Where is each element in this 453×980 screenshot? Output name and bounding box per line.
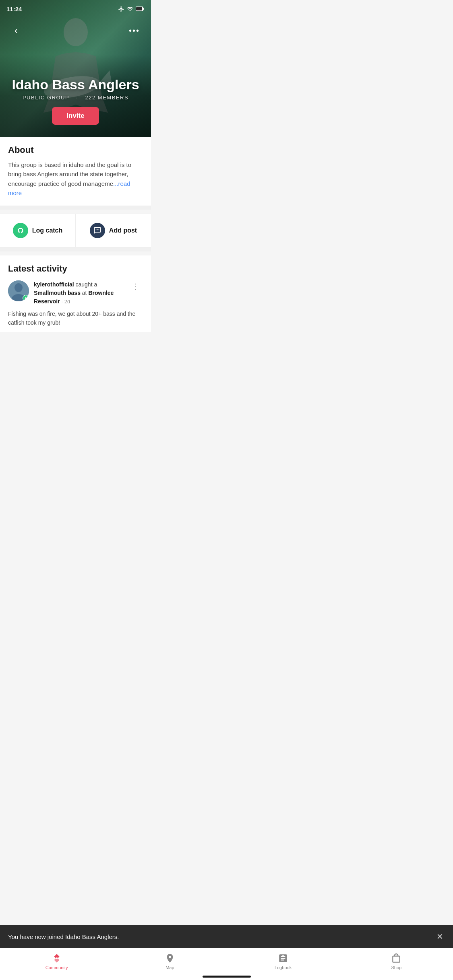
user-avatar (8, 280, 29, 301)
group-title: Idaho Bass Anglers (0, 77, 151, 92)
latest-activity-section: Latest activity kylerothofficial caught … (0, 255, 151, 332)
about-text: This group is based in idaho and the goa… (8, 160, 143, 198)
add-post-button[interactable]: Add post (76, 214, 151, 247)
log-catch-label: Log catch (32, 227, 63, 234)
activity-description: kylerothofficial caught a Smallmouth bas… (34, 280, 124, 306)
fish-hook-icon (17, 226, 25, 235)
back-button[interactable]: ‹ (8, 23, 24, 39)
svg-point-7 (98, 229, 99, 230)
more-options-button[interactable]: ••• (126, 23, 143, 39)
log-catch-icon-bg (13, 223, 28, 238)
add-post-label: Add post (109, 227, 137, 234)
group-type: PUBLIC GROUP (23, 95, 69, 101)
svg-point-5 (95, 229, 96, 230)
hero-section: ‹ ••• Idaho Bass Anglers PUBLIC GROUP · … (0, 0, 151, 137)
activity-username: kylerothofficial (34, 281, 74, 288)
status-icons (118, 6, 145, 12)
member-count: 222 MEMBERS (85, 95, 129, 101)
status-bar: 11:24 (0, 0, 151, 18)
hero-nav: ‹ ••• (0, 18, 151, 43)
svg-rect-2 (143, 8, 144, 10)
activity-title: Latest activity (8, 264, 143, 274)
group-meta: PUBLIC GROUP · 222 MEMBERS (0, 95, 151, 101)
activity-more-button[interactable]: ⋮ (129, 280, 143, 292)
status-time: 11:24 (6, 6, 22, 12)
star-icon (24, 296, 27, 300)
svg-point-6 (97, 229, 98, 230)
invite-button[interactable]: Invite (52, 107, 99, 125)
hero-content: Idaho Bass Anglers PUBLIC GROUP · 222 ME… (0, 77, 151, 125)
log-catch-button[interactable]: Log catch (0, 214, 76, 247)
battery-icon (136, 6, 145, 12)
meta-separator: · (76, 95, 78, 101)
post-icon (93, 226, 101, 235)
about-title: About (8, 145, 143, 155)
activity-item: kylerothofficial caught a Smallmouth bas… (8, 280, 143, 306)
wifi-icon (127, 6, 133, 12)
actions-row: Log catch Add post (0, 214, 151, 247)
svg-point-9 (14, 283, 23, 292)
activity-caption: Fishing was on fire, we got about 20+ ba… (8, 310, 143, 327)
svg-rect-1 (136, 7, 142, 10)
divider-2 (0, 247, 151, 251)
verified-badge (23, 295, 29, 301)
airplane-icon (118, 6, 124, 12)
add-post-icon-bg (90, 223, 105, 238)
divider-1 (0, 206, 151, 210)
about-section: About This group is based in idaho and t… (0, 137, 151, 206)
